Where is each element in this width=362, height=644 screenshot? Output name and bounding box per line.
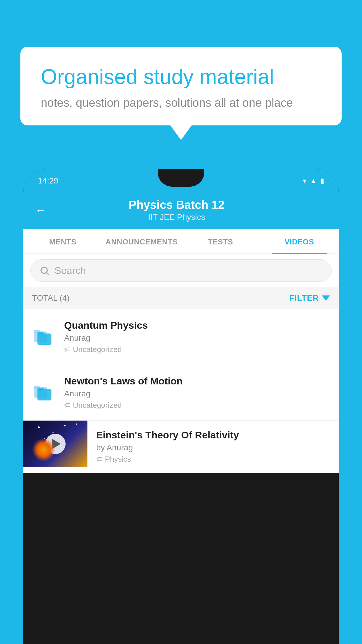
tag-icon: 🏷	[64, 346, 71, 354]
filter-label: FILTER	[289, 293, 319, 303]
video-list: Quantum Physics Anurag 🏷 Uncategorized	[23, 309, 339, 473]
video-thumbnail	[23, 421, 87, 467]
video-title: Newton's Laws of Motion	[64, 375, 330, 387]
filter-row: TOTAL (4) FILTER	[23, 287, 339, 309]
video-tag: 🏷 Physics	[96, 455, 330, 464]
status-time: 14:29	[38, 176, 58, 186]
video-title: Quantum Physics	[64, 320, 330, 331]
list-item[interactable]: Newton's Laws of Motion Anurag 🏷 Uncateg…	[23, 365, 339, 421]
app-bar-title: Physics Batch 12	[55, 198, 298, 211]
svg-rect-8	[37, 389, 51, 400]
filter-triangle-icon	[322, 295, 330, 301]
tag-label: Physics	[105, 455, 131, 464]
list-item[interactable]: Einstein's Theory Of Relativity by Anura…	[23, 421, 339, 473]
svg-point-0	[41, 267, 47, 273]
tabs-bar: MENTS ANNOUNCEMENTS TESTS VIDEOS	[23, 229, 339, 254]
status-icons: ▾ ▲ ▮	[303, 177, 324, 185]
back-button[interactable]: ←	[35, 204, 47, 217]
tab-announcements[interactable]: ANNOUNCEMENTS	[102, 229, 181, 253]
svg-rect-5	[37, 332, 44, 335]
total-label: TOTAL (4)	[32, 293, 70, 303]
app-bar-center: Physics Batch 12 IIT JEE Physics	[55, 198, 298, 222]
video-tag: 🏷 Uncategorized	[64, 401, 330, 410]
video-info: Einstein's Theory Of Relativity by Anura…	[87, 421, 339, 473]
search-bar[interactable]: Search	[30, 259, 332, 282]
app-bar: ← Physics Batch 12 IIT JEE Physics	[23, 192, 339, 229]
tag-label: Uncategorized	[73, 401, 122, 410]
tag-icon: 🏷	[96, 456, 103, 463]
status-bar: 14:29 ▾ ▲ ▮	[23, 169, 339, 192]
tab-tests[interactable]: TESTS	[181, 229, 260, 253]
list-item[interactable]: Quantum Physics Anurag 🏷 Uncategorized	[23, 309, 339, 365]
video-title: Einstein's Theory Of Relativity	[96, 429, 330, 441]
svg-rect-4	[37, 334, 51, 345]
video-author: Anurag	[64, 333, 330, 343]
folder-icon-container	[32, 382, 55, 403]
search-placeholder: Search	[55, 265, 86, 276]
speech-bubble: Organised study material notes, question…	[20, 47, 342, 125]
video-author: Anurag	[64, 389, 330, 398]
battery-icon: ▮	[320, 177, 324, 185]
video-info: Newton's Laws of Motion Anurag 🏷 Uncateg…	[64, 375, 330, 410]
video-tag: 🏷 Uncategorized	[64, 345, 330, 354]
folder-icon-container	[32, 326, 55, 347]
search-icon	[39, 265, 50, 276]
video-info: Quantum Physics Anurag 🏷 Uncategorized	[64, 320, 330, 354]
tag-label: Uncategorized	[73, 345, 122, 354]
tab-videos[interactable]: VIDEOS	[260, 229, 339, 253]
svg-rect-9	[37, 388, 44, 391]
folder-icon	[33, 382, 54, 403]
filter-button[interactable]: FILTER	[289, 293, 330, 303]
bubble-title: Organised study material	[41, 64, 321, 89]
tab-ments[interactable]: MENTS	[23, 229, 102, 253]
folder-icon	[33, 326, 54, 347]
wifi-icon: ▾	[303, 177, 306, 185]
phone-frame: 14:29 ▾ ▲ ▮ ← Physics Batch 12 IIT JEE P…	[23, 169, 339, 644]
bubble-subtitle: notes, question papers, solutions all at…	[41, 96, 321, 109]
signal-icon: ▲	[310, 177, 317, 185]
app-bar-subtitle: IIT JEE Physics	[55, 213, 298, 222]
search-bar-container: Search	[23, 254, 339, 287]
svg-line-1	[47, 272, 49, 275]
video-author: by Anurag	[96, 443, 330, 452]
tag-icon: 🏷	[64, 402, 71, 409]
